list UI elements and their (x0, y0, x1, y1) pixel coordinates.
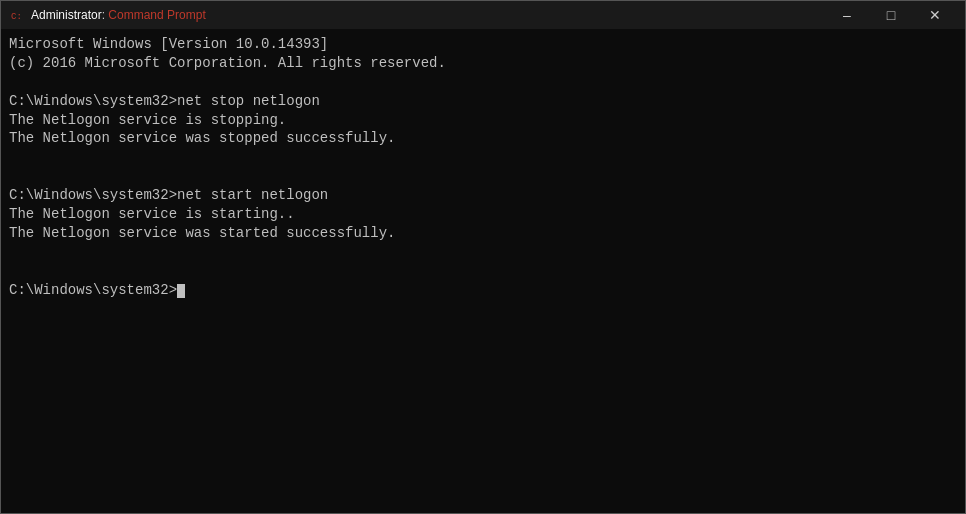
terminal-line: C:\Windows\system32>net start netlogon (9, 186, 957, 205)
terminal-line: Microsoft Windows [Version 10.0.14393] (9, 35, 957, 54)
terminal-line: C:\Windows\system32> (9, 281, 957, 300)
terminal-line (9, 243, 957, 262)
terminal-line (9, 262, 957, 281)
close-button[interactable]: ✕ (913, 1, 957, 29)
terminal-line (9, 167, 957, 186)
titlebar: C: Administrator: Command Prompt – □ ✕ (1, 1, 965, 29)
terminal-line: (c) 2016 Microsoft Corporation. All righ… (9, 54, 957, 73)
titlebar-app-label: Command Prompt (108, 8, 205, 22)
titlebar-title: Administrator: Command Prompt (31, 8, 825, 22)
terminal-line: The Netlogon service was stopped success… (9, 129, 957, 148)
minimize-button[interactable]: – (825, 1, 869, 29)
cmd-icon: C: (9, 7, 25, 23)
svg-text:C:: C: (11, 12, 22, 22)
maximize-button[interactable]: □ (869, 1, 913, 29)
terminal-line (9, 73, 957, 92)
titlebar-controls: – □ ✕ (825, 1, 957, 29)
terminal-line: C:\Windows\system32>net stop netlogon (9, 92, 957, 111)
terminal-output[interactable]: Microsoft Windows [Version 10.0.14393](c… (1, 29, 965, 513)
terminal-line (9, 148, 957, 167)
terminal-line: The Netlogon service was started success… (9, 224, 957, 243)
cursor (177, 284, 185, 298)
terminal-line: The Netlogon service is starting.. (9, 205, 957, 224)
cmd-window: C: Administrator: Command Prompt – □ ✕ M… (0, 0, 966, 514)
terminal-line: The Netlogon service is stopping. (9, 111, 957, 130)
titlebar-admin-label: Administrator (31, 8, 102, 22)
